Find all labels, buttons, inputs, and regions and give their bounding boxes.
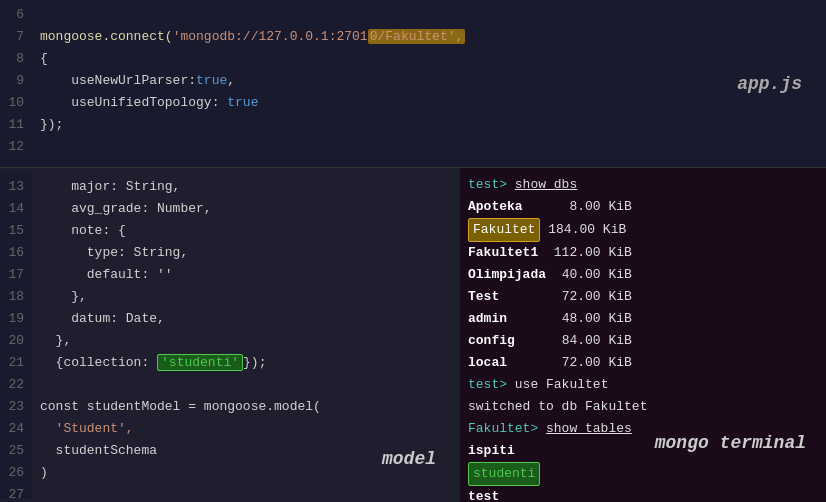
terminal-prompt: test>: [468, 377, 515, 392]
terminal-line: local 72.00 KiB: [468, 352, 818, 374]
terminal-line: Fakultet 184.00 KiB: [468, 218, 818, 242]
top-code-panel: 6 7 8 9 10 11 12 mongoose.connect('mongo…: [0, 0, 826, 168]
collection-name: ispiti: [468, 443, 515, 458]
code-token-highlight: 0/Fakultet',: [368, 29, 466, 44]
bottom-panel: 13 14 15 16 17 18 19 20 21 22 23 24 25 2…: [0, 168, 826, 502]
code-line: datum: Date,: [40, 308, 452, 330]
collection-name: test: [468, 489, 499, 502]
collection-name-highlighted: studenti: [468, 462, 540, 486]
terminal-line: test> use Fakultet: [468, 374, 818, 396]
db-name: Fakultet1: [468, 245, 546, 260]
terminal-line: test> show dbs: [468, 174, 818, 196]
db-size: 184.00 KiB: [540, 222, 626, 237]
line-num: 17: [8, 264, 24, 286]
terminal-text: switched to db Fakultet: [468, 399, 647, 414]
terminal-line: Fakultet1 112.00 KiB: [468, 242, 818, 264]
code-token: 'mongodb://127.0.0.1:2701: [173, 29, 368, 44]
code-line: {: [40, 48, 818, 70]
db-name: Apoteka: [468, 199, 554, 214]
line-numbers-bottom: 13 14 15 16 17 18 19 20 21 22 23 24 25 2…: [0, 172, 32, 498]
code-token: default: '': [40, 267, 173, 282]
line-num: 15: [8, 220, 24, 242]
db-size: 112.00 KiB: [546, 245, 632, 260]
terminal-prompt: Fakultet>: [468, 421, 546, 436]
code-line: type: String,: [40, 242, 452, 264]
terminal-line: switched to db Fakultet: [468, 396, 818, 418]
code-content-top: mongoose.connect('mongodb://127.0.0.1:27…: [32, 0, 826, 167]
code-line: [40, 136, 818, 158]
line-num: 7: [8, 26, 24, 48]
code-line: [40, 4, 818, 26]
code-token: const studentModel = mongoose.model(: [40, 399, 321, 414]
db-size: 72.00 KiB: [554, 289, 632, 304]
terminal-prompt: test>: [468, 177, 515, 192]
collection-name-highlight: 'studenti': [157, 354, 243, 371]
line-num: 14: [8, 198, 24, 220]
terminal-line: test: [468, 486, 818, 502]
line-numbers-top: 6 7 8 9 10 11 12: [0, 0, 32, 167]
terminal-line: Test 72.00 KiB: [468, 286, 818, 308]
code-line: },: [40, 330, 452, 352]
code-token: true: [196, 73, 227, 88]
code-token: type: String,: [40, 245, 188, 260]
code-line: [40, 484, 452, 502]
db-name: Olimpijada: [468, 267, 554, 282]
db-size: 72.00 KiB: [554, 355, 632, 370]
line-num: 19: [8, 308, 24, 330]
code-token: major: String,: [40, 179, 180, 194]
code-area-top: 6 7 8 9 10 11 12 mongoose.connect('mongo…: [0, 0, 826, 167]
right-terminal-panel[interactable]: test> show dbs Apoteka 8.00 KiB Fakultet…: [460, 168, 826, 502]
terminal-line: Olimpijada 40.00 KiB: [468, 264, 818, 286]
code-token: datum: Date,: [40, 311, 165, 326]
left-code-panel: 13 14 15 16 17 18 19 20 21 22 23 24 25 2…: [0, 168, 460, 502]
terminal-command: show dbs: [515, 177, 577, 192]
line-num: 9: [8, 70, 24, 92]
code-token: mongoose.connect(: [40, 29, 173, 44]
code-token: ): [40, 465, 48, 480]
db-name: local: [468, 355, 554, 370]
line-num: 6: [8, 4, 24, 26]
code-token: {collection:: [40, 355, 157, 370]
line-num: 27: [8, 484, 24, 502]
line-num: 21: [8, 352, 24, 374]
db-name: admin: [468, 311, 554, 326]
db-name: config: [468, 333, 554, 348]
code-token: useUnifiedTopology:: [40, 95, 227, 110]
terminal-command-show-tables: show tables: [546, 421, 632, 436]
file-label-mongo: mongo terminal: [655, 432, 806, 454]
code-token: 'Student',: [40, 421, 134, 436]
line-num: 24: [8, 418, 24, 440]
line-num: 26: [8, 462, 24, 484]
line-num: 20: [8, 330, 24, 352]
terminal-line: Apoteka 8.00 KiB: [468, 196, 818, 218]
line-num: 8: [8, 48, 24, 70]
db-size: 48.00 KiB: [554, 311, 632, 326]
code-token: true: [227, 95, 258, 110]
line-num: 25: [8, 440, 24, 462]
code-line: },: [40, 286, 452, 308]
file-label-model: model: [382, 448, 436, 470]
code-token: studentSchema: [40, 443, 157, 458]
code-line: major: String,: [40, 176, 452, 198]
code-line: avg_grade: Number,: [40, 198, 452, 220]
code-token: useNewUrlParser:: [40, 73, 196, 88]
file-label-appjs: app.js: [737, 74, 802, 94]
line-num: 12: [8, 136, 24, 158]
terminal-line: studenti: [468, 462, 818, 486]
line-num: 22: [8, 374, 24, 396]
terminal-text: use Fakultet: [515, 377, 609, 392]
line-num: 23: [8, 396, 24, 418]
main-container: 6 7 8 9 10 11 12 mongoose.connect('mongo…: [0, 0, 826, 502]
code-line: mongoose.connect('mongodb://127.0.0.1:27…: [40, 26, 818, 48]
code-token: });: [243, 355, 266, 370]
code-line: note: {: [40, 220, 452, 242]
code-line: {collection: 'studenti'});: [40, 352, 452, 374]
code-line: useNewUrlParser:true,: [40, 70, 818, 92]
code-line: const studentModel = mongoose.model(: [40, 396, 452, 418]
line-num: 18: [8, 286, 24, 308]
code-token: note: {: [40, 223, 126, 238]
code-line: [40, 374, 452, 396]
code-token: ,: [227, 73, 235, 88]
db-name: Test: [468, 289, 554, 304]
db-size: 84.00 KiB: [554, 333, 632, 348]
